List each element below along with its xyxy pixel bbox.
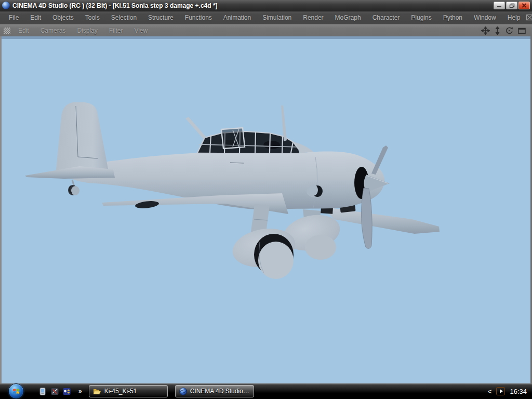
view-menu-view[interactable]: View <box>128 24 153 37</box>
quick-launch-icon-2[interactable] <box>50 387 59 395</box>
pan-icon[interactable] <box>481 26 490 35</box>
menu-edit[interactable]: Edit <box>24 11 47 24</box>
quick-launch-overflow-chevron[interactable]: » <box>78 388 82 395</box>
menu-character[interactable]: Character <box>367 11 406 24</box>
minimize-button[interactable] <box>494 2 505 9</box>
folder-icon <box>93 388 101 395</box>
start-button[interactable] <box>8 383 24 399</box>
taskbar-button-cinema4d[interactable]: CINEMA 4D Studio ... <box>175 385 254 397</box>
menu-render[interactable]: Render <box>297 11 329 24</box>
menu-mograph[interactable]: MoGraph <box>329 11 367 24</box>
viewport-canvas[interactable] <box>2 36 530 383</box>
toolbar-grip-icon[interactable] <box>4 28 10 34</box>
maximize-view-icon[interactable] <box>517 27 526 35</box>
viewport-toolbar: Edit Cameras Display Filter View <box>0 24 532 36</box>
menu-plugins[interactable]: Plugins <box>405 11 437 24</box>
horizon-strip <box>2 36 530 39</box>
quick-launch-area: » <box>38 387 82 395</box>
layout-window-icon[interactable] <box>526 14 532 23</box>
system-tray: < 16:34 <box>488 387 532 395</box>
windows-flag-icon <box>12 388 20 395</box>
quick-launch-icon-3[interactable] <box>62 387 71 395</box>
taskbar-button-ki45-ki51[interactable]: Ki-45_Ki-51 <box>89 385 168 397</box>
restore-button[interactable] <box>506 2 517 9</box>
menu-python[interactable]: Python <box>437 11 468 24</box>
rotate-icon[interactable] <box>505 26 513 35</box>
taskbar-clock[interactable]: 16:34 <box>510 388 527 395</box>
tray-collapse-chevron[interactable]: < <box>488 388 492 395</box>
quick-launch-icon-1[interactable] <box>38 387 47 395</box>
window-title: CINEMA 4D Studio (RC ) (32 Bit) - [Ki.51… <box>12 2 491 9</box>
menu-selection[interactable]: Selection <box>105 11 142 24</box>
menu-objects[interactable]: Objects <box>47 11 79 24</box>
title-bar: CINEMA 4D Studio (RC ) (32 Bit) - [Ki.51… <box>0 0 532 11</box>
view-menu-cameras[interactable]: Cameras <box>35 24 72 37</box>
taskbar: » Ki-45_Ki-51 CINEMA 4D Studio ... < 16:… <box>0 383 532 399</box>
tray-app-icon[interactable] <box>496 387 505 395</box>
menu-help[interactable]: Help <box>502 11 526 24</box>
cinema4d-icon <box>179 388 187 395</box>
menu-window[interactable]: Window <box>468 11 502 24</box>
menu-tools[interactable]: Tools <box>79 11 105 24</box>
close-button[interactable] <box>518 2 530 9</box>
menu-file[interactable]: File <box>3 11 24 24</box>
viewport <box>0 36 532 383</box>
menu-functions[interactable]: Functions <box>179 11 218 24</box>
menu-simulation[interactable]: Simulation <box>257 11 297 24</box>
menu-structure[interactable]: Structure <box>142 11 179 24</box>
zoom-icon[interactable] <box>494 26 501 35</box>
view-menu-edit[interactable]: Edit <box>12 24 35 37</box>
view-menu-filter[interactable]: Filter <box>103 24 129 37</box>
menu-bar: File Edit Objects Tools Selection Struct… <box>0 11 532 24</box>
menu-animation[interactable]: Animation <box>218 11 257 24</box>
cinema4d-app-icon <box>2 2 10 9</box>
view-menu-display[interactable]: Display <box>71 24 103 37</box>
